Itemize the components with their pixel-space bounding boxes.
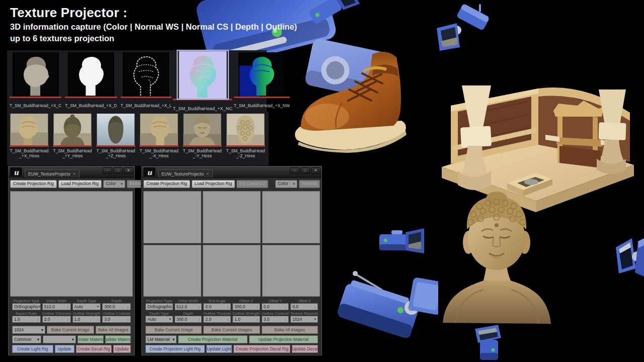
window-titlebar[interactable]: u EUW_TextureProjecto ✕ − □ ✕ <box>142 166 321 178</box>
spinner-icon[interactable]: ↕ <box>285 305 287 309</box>
viewport-cell[interactable] <box>262 191 320 243</box>
texture-resolution-dropdown[interactable]: 1024▾ <box>12 326 45 334</box>
thumbnail-hires-py[interactable]: T_SM_BuddhaHead_+Y_Hires <box>53 114 92 164</box>
spinner-icon[interactable]: ↕ <box>227 318 229 321</box>
create-projection-light-rig-button[interactable]: Create Projection Light Rig <box>145 345 205 353</box>
viewport-single[interactable] <box>10 191 133 297</box>
thumbnail-depth[interactable]: T_SM_BuddhaHead_+X_D <box>65 52 117 112</box>
tab-euw-textureprojector[interactable]: EUW_TextureProjecto ✕ <box>25 169 79 177</box>
material-slot-dropdown[interactable]: ▾ <box>43 335 76 343</box>
close-button[interactable]: ✕ <box>311 167 320 174</box>
spinner-icon[interactable]: ↕ <box>314 305 316 309</box>
material-preset-dropdown[interactable]: Common▾ <box>12 335 41 343</box>
outline-strength-input[interactable]: 1.0↕ <box>232 316 260 323</box>
ortho-width-input[interactable]: 512.0↕ <box>42 303 71 310</box>
depth-type-dropdown[interactable]: Auto▾ <box>145 316 173 323</box>
outline-contrast-input[interactable]: 3.0↕ <box>262 316 289 323</box>
update-light-button[interactable]: Update Light <box>206 345 232 353</box>
outline-contrast-input[interactable]: 3.0↕ <box>102 316 131 323</box>
projection-type-dropdown[interactable]: Orthographic▾ <box>12 303 41 310</box>
view-mode-dropdown[interactable]: Color ▾ <box>103 180 125 188</box>
update-light-rig-button[interactable]: Update <box>55 345 74 353</box>
spinner-icon[interactable]: ↕ <box>127 305 129 309</box>
bake-all-images-button[interactable]: Bake All Images <box>262 326 318 334</box>
thumbnail-normal-ws[interactable]: T_SM_BuddhaHead_+X_NW <box>234 52 290 112</box>
thumbnail-hires-pz[interactable]: T_SM_BuddhaHead_+Z_Hires <box>96 114 135 164</box>
thumbnail-image[interactable] <box>97 114 135 145</box>
tab-euw-textureprojector[interactable]: EUW_TextureProjecto ✕ <box>158 169 213 177</box>
thumbnail-hires-nx[interactable]: T_SM_BuddhaHead_-X_Hires <box>139 114 179 164</box>
spinner-icon[interactable]: ↕ <box>227 305 229 309</box>
spinner-icon[interactable]: ↕ <box>67 318 69 321</box>
tab-close-icon[interactable]: ✕ <box>206 172 209 176</box>
viewport-cell[interactable] <box>203 245 261 297</box>
viewport-cell[interactable] <box>143 245 201 297</box>
thumbnail-color-image[interactable] <box>13 52 59 97</box>
bake-current-image-button[interactable]: Bake Current Image <box>47 326 94 334</box>
fix-camera-z-button[interactable]: Fix Camera Z <box>236 180 268 188</box>
spinner-icon[interactable]: ↕ <box>256 318 258 321</box>
spinner-icon[interactable]: ↕ <box>127 318 129 321</box>
update-decal-rig-button[interactable]: Update <box>113 345 131 353</box>
load-projection-rig-button[interactable]: Load Projection Rig <box>58 180 102 188</box>
thumbnail-normal-cs[interactable]: T_SM_BuddhaHead_+X_NC <box>173 51 232 116</box>
thumbnail-image[interactable] <box>10 114 48 145</box>
spinner-icon[interactable]: ↕ <box>256 305 258 309</box>
depth-input[interactable]: 300.0↕ <box>102 303 131 310</box>
thumbnail-normal-ws-image[interactable] <box>238 52 285 97</box>
create-projection-rig-button[interactable]: Create Projection Rig <box>10 180 57 188</box>
thumbnail-image[interactable] <box>140 114 178 145</box>
spinner-icon[interactable]: ↕ <box>97 318 99 321</box>
ortho-width-input[interactable]: 512.0↕ <box>175 303 202 310</box>
thumbnail-hires-px[interactable]: T_SM_BuddhaHead_+X_Hires <box>10 114 49 164</box>
view-mode-dropdown[interactable]: Color ▾ <box>275 180 297 188</box>
spinner-icon[interactable]: ↕ <box>198 318 200 321</box>
offset-y-input[interactable]: 0.0↕ <box>262 303 289 310</box>
thumbnail-normal-cs-image[interactable] <box>178 51 227 99</box>
viewport-cell[interactable] <box>262 245 320 297</box>
thumbnail-outline-image[interactable] <box>123 52 169 97</box>
create-projection-rig-button[interactable]: Create Projection Rig <box>143 180 190 188</box>
offset-x-input[interactable]: 300.0↕ <box>232 303 260 310</box>
refresh-button[interactable]: Refresh <box>299 180 320 188</box>
depth-type-dropdown[interactable]: Auto▾ <box>72 303 101 310</box>
create-projection-decal-rig-button[interactable]: Create Projection Decal Rig <box>233 345 290 353</box>
update-projection-material-button[interactable]: Update Projection Material <box>249 335 318 343</box>
create-material-button[interactable]: Create Material <box>77 335 104 343</box>
thumbnail-image[interactable] <box>226 114 265 145</box>
load-projection-rig-button[interactable]: Load Projection Rig <box>192 180 235 188</box>
aspect-ratio-input[interactable]: 1.0↕ <box>12 316 41 323</box>
thumbnail-hires-nz[interactable]: T_SM_BuddhaHead_-Z_Hires <box>226 114 265 164</box>
tab-close-icon[interactable]: ✕ <box>73 172 76 176</box>
update-material-button[interactable]: Update Material <box>105 335 131 343</box>
spinner-icon[interactable]: ↕ <box>37 318 39 321</box>
projection-type-dropdown[interactable]: Orthographic▾ <box>145 303 173 310</box>
create-light-rig-button[interactable]: Create Light Rig <box>12 345 53 353</box>
maximize-button[interactable]: □ <box>300 167 310 174</box>
update-decal-button[interactable]: Update Decal <box>292 345 318 353</box>
thumbnail-image[interactable] <box>183 114 221 145</box>
create-projection-material-button[interactable]: Create Projection Material <box>178 335 248 343</box>
thumbnail-outline[interactable]: T_SM_BuddhaHead_+X_L <box>121 52 172 112</box>
viewport-cell[interactable] <box>143 191 201 243</box>
spinner-icon[interactable]: ↕ <box>198 305 200 309</box>
spinner-icon[interactable]: ↕ <box>285 318 287 321</box>
material-preset-dropdown[interactable]: LM Material▾ <box>145 335 177 343</box>
roll-angle-input[interactable]: 0.0↕ <box>203 303 231 310</box>
outline-strength-input[interactable]: 1.0↕ <box>72 316 101 323</box>
thumbnail-hires-ny[interactable]: T_SM_BuddhaHead_-Y_Hires <box>183 114 222 164</box>
thumbnail-color[interactable]: T_SM_BuddhaHead_+X_C <box>10 52 61 112</box>
create-decal-rig-button[interactable]: Create Decal Rig <box>76 345 112 353</box>
close-button[interactable]: ✕ <box>124 167 133 174</box>
depth-input[interactable]: 300.0↕ <box>175 316 202 323</box>
bake-current-image-button[interactable]: Bake Current Image <box>145 326 202 334</box>
spinner-icon[interactable]: ↕ <box>67 305 69 309</box>
texture-resolution-dropdown[interactable]: 1024▾ <box>290 316 318 323</box>
window-titlebar[interactable]: u EUW_TextureProjecto ✕ − □ ✕ <box>9 166 134 178</box>
bake-current-images-button[interactable]: Bake Current Images <box>203 326 260 334</box>
bake-all-images-button[interactable]: Bake All Images <box>96 326 131 334</box>
thumbnail-depth-image[interactable] <box>68 52 114 97</box>
viewport-cell[interactable] <box>203 191 261 243</box>
maximize-button[interactable]: □ <box>113 167 123 174</box>
offset-z-input[interactable]: 0.0↕ <box>290 303 318 310</box>
